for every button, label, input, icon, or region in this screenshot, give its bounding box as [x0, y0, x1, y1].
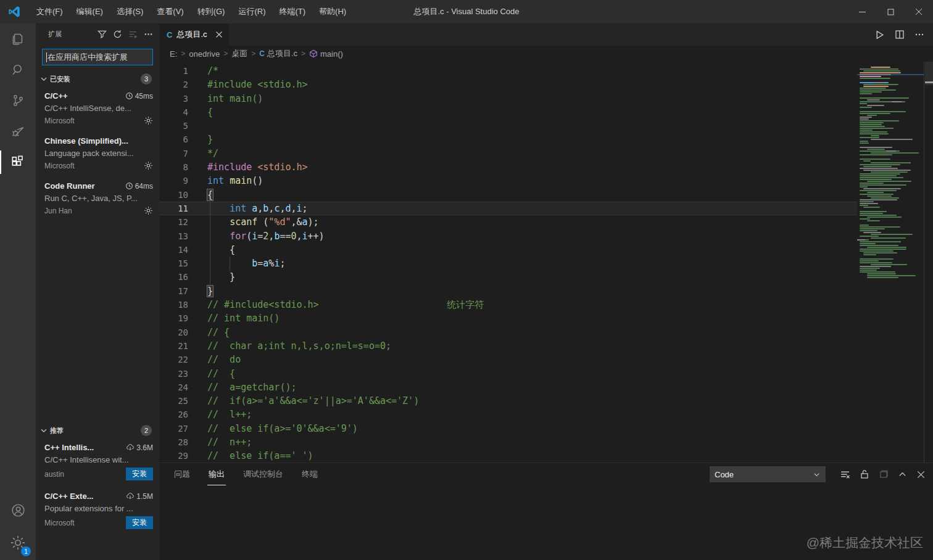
extension-item[interactable]: C++ Intellis...3.6MC/C++ Intellisense wi… [36, 438, 159, 487]
close-window-button[interactable] [905, 0, 933, 23]
close-tab-icon[interactable] [215, 31, 223, 38]
open-output-in-editor-icon[interactable] [879, 469, 889, 479]
panel-tab-问题[interactable]: 问题 [173, 463, 191, 485]
breadcrumb-item[interactable]: 桌面 [231, 48, 247, 59]
panel-tab-调试控制台[interactable]: 调试控制台 [242, 463, 284, 485]
breadcrumb-item[interactable]: onedrive [189, 49, 220, 59]
code-line-16[interactable]: 16 } [159, 270, 857, 284]
manage-button[interactable]: 1 [0, 525, 36, 560]
breadcrumb-item[interactable]: main() [309, 49, 343, 59]
manage-extension-icon[interactable] [144, 116, 153, 125]
activation-time: 45ms [125, 92, 153, 101]
breadcrumb-item[interactable]: E: [170, 49, 177, 59]
extension-name: Code Runner [44, 181, 95, 191]
clear-output-icon[interactable] [840, 469, 850, 480]
menu-item-1[interactable]: 编辑(E) [70, 0, 110, 23]
minimap[interactable] [857, 62, 924, 463]
close-panel-icon[interactable] [916, 470, 926, 479]
code-line-14[interactable]: 14 { [159, 243, 857, 257]
extension-item[interactable]: C/C++ Exte...1.5MPopular extensions for … [36, 487, 159, 535]
code-line-2[interactable]: 2#include <stdio.h> [159, 78, 857, 91]
vertical-scrollbar[interactable] [924, 62, 933, 463]
code-line-18[interactable]: 18// #include<stdio.h> 统计字符 [159, 298, 857, 311]
refresh-icon[interactable] [113, 30, 122, 39]
code-line-20[interactable]: 20// { [159, 326, 857, 339]
extension-item[interactable]: Code Runner64msRun C, C++, Java, JS, P..… [36, 176, 159, 221]
code-line-29[interactable]: 29// else if(a==' ') [159, 449, 857, 463]
menu-item-5[interactable]: 运行(R) [231, 0, 272, 23]
sidebar-item-explorer[interactable] [0, 23, 36, 54]
more-actions-icon[interactable] [914, 30, 924, 39]
extension-name: Chinese (Simplified)... [44, 136, 128, 146]
panel-tab-输出[interactable]: 输出 [207, 463, 226, 485]
menu-item-7[interactable]: 帮助(H) [312, 0, 353, 23]
minimap-code-row [863, 188, 901, 189]
tab-file[interactable]: C 总项目.c [159, 23, 229, 46]
manage-extension-icon[interactable] [144, 161, 153, 170]
extension-item[interactable]: C/C++45msC/C++ IntelliSense, de...Micros… [36, 86, 159, 131]
menu-item-2[interactable]: 选择(S) [110, 0, 150, 23]
run-code-icon[interactable] [874, 30, 885, 40]
breadcrumb-item[interactable]: C总项目.c [259, 48, 297, 59]
code-line-27[interactable]: 27// else if(a>='0'&&a<='9') [159, 422, 857, 435]
settings-badge: 1 [21, 546, 31, 556]
install-button[interactable]: 安装 [126, 467, 153, 480]
minimap-code-row [863, 86, 889, 87]
split-editor-icon[interactable] [895, 30, 905, 39]
install-action[interactable]: 安装 [126, 516, 153, 529]
section-recommended[interactable]: 推荐 2 [36, 423, 159, 438]
code-line-25[interactable]: 25// if(a>='a'&&a<='z'||a>='A'&&a<='Z') [159, 394, 857, 408]
code-line-23[interactable]: 23// { [159, 367, 857, 381]
manage-extension-icon[interactable] [144, 206, 153, 215]
code-line-11[interactable]: 11 int a,b,c,d,i; [159, 202, 857, 215]
panel-tab-终端[interactable]: 终端 [301, 463, 319, 485]
extension-search-input[interactable]: 在应用商店中搜索扩展 [42, 49, 153, 65]
sidebar-item-source-control[interactable] [0, 85, 36, 116]
code-line-5[interactable]: 5 [159, 119, 857, 133]
code-line-9[interactable]: 9int main() [159, 174, 857, 187]
section-installed[interactable]: 已安装 3 [36, 72, 159, 86]
code-area[interactable]: 1/*2#include <stdio.h>3int main()4{56}7*… [159, 62, 857, 463]
maximize-button[interactable] [876, 0, 905, 23]
minimap-code-row [860, 258, 894, 260]
output-channel-select[interactable]: Code [710, 466, 826, 482]
unlock-scroll-icon[interactable] [860, 469, 869, 479]
code-line-1[interactable]: 1/* [159, 64, 857, 78]
sidebar-item-run-debug[interactable] [0, 116, 36, 147]
code-line-10[interactable]: 10{ [159, 188, 857, 202]
code-line-4[interactable]: 4{ [159, 105, 857, 119]
code-line-7[interactable]: 7*/ [159, 147, 857, 160]
code-line-19[interactable]: 19// int main() [159, 311, 857, 325]
minimap-code-row [860, 168, 898, 169]
code-line-8[interactable]: 8#include <stdio.h> [159, 160, 857, 174]
line-content: { [188, 243, 235, 257]
code-line-26[interactable]: 26// l++; [159, 408, 857, 421]
maximize-panel-icon[interactable] [898, 470, 907, 479]
install-action[interactable]: 安装 [126, 467, 153, 480]
extension-item[interactable]: Chinese (Simplified)...Language pack ext… [36, 131, 159, 176]
code-line-12[interactable]: 12 scanf ("%d",&a); [159, 215, 857, 229]
code-line-22[interactable]: 22// do [159, 353, 857, 366]
menu-item-3[interactable]: 查看(V) [150, 0, 190, 23]
menu-item-6[interactable]: 终端(T) [272, 0, 312, 23]
clear-search-icon[interactable] [128, 30, 138, 39]
sidebar-item-extensions[interactable] [0, 147, 36, 178]
code-line-15[interactable]: 15 b=a%i; [159, 257, 857, 270]
filter-icon[interactable] [97, 30, 107, 39]
extensions-sidebar: 扩展 在应用商店中搜索扩展 已安装 [36, 23, 159, 560]
menu-item-0[interactable]: 文件(F) [30, 0, 70, 23]
code-line-13[interactable]: 13 for(i=2,b==0,i++) [159, 229, 857, 243]
code-line-3[interactable]: 3int main() [159, 92, 857, 105]
code-line-21[interactable]: 21// char a;int n,l,s,o;n=l=s=o=0; [159, 339, 857, 353]
minimize-button[interactable] [848, 0, 876, 23]
code-line-6[interactable]: 6} [159, 133, 857, 146]
code-line-24[interactable]: 24// a=getchar(); [159, 381, 857, 394]
accounts-button[interactable] [0, 495, 36, 525]
install-button[interactable]: 安装 [126, 516, 153, 529]
more-actions-icon[interactable] [144, 30, 153, 39]
sidebar-item-search[interactable] [0, 54, 36, 85]
code-line-28[interactable]: 28// n++; [159, 435, 857, 449]
minimap-code-row [860, 88, 886, 89]
menu-item-4[interactable]: 转到(G) [191, 0, 232, 23]
code-line-17[interactable]: 17} [159, 284, 857, 298]
